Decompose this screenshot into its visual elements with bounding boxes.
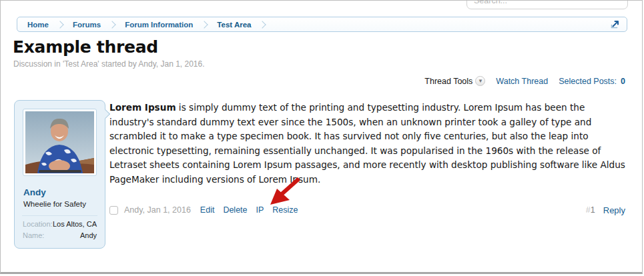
field-value: Andy [80, 231, 97, 239]
breadcrumb-item-forum-information[interactable]: Forum Information [125, 21, 193, 29]
breadcrumb-item-forums[interactable]: Forums [73, 21, 101, 29]
selected-posts-count: 0 [621, 77, 625, 86]
chevron-right-icon [259, 21, 266, 28]
card-divider [22, 215, 97, 216]
breadcrumb-item-home[interactable]: Home [27, 21, 49, 29]
author-user-title: Wheelie for Safety [23, 200, 86, 208]
breadcrumb-item-test-area[interactable]: Test Area [217, 21, 251, 29]
card-pointer [101, 109, 110, 119]
post-byline: Andy, Jan 1, 2016 [124, 205, 191, 215]
message-body: is simply dummy text of the printing and… [109, 102, 625, 185]
author-fields: Location: Los Altos, CA Name: Andy [23, 220, 97, 243]
avatar[interactable] [23, 109, 97, 176]
avatar-image [25, 111, 94, 173]
page-title: Example thread [13, 37, 158, 57]
page-subtitle: Discussion in 'Test Area' started by And… [13, 59, 205, 69]
ip-link[interactable]: IP [256, 205, 264, 215]
open-navigation-icon[interactable] [609, 19, 620, 30]
post-number-hash: # [586, 205, 591, 215]
forum-thread-page: Home Forums Forum Information Test Area … [0, 0, 643, 274]
thread-tools-menu[interactable]: Thread Tools ▼ [424, 76, 485, 86]
chevron-right-icon [108, 21, 115, 28]
selected-posts-control[interactable]: Selected Posts: 0 [559, 77, 625, 86]
breadcrumb: Home Forums Forum Information Test Area [17, 17, 627, 32]
field-value: Los Altos, CA [53, 220, 97, 228]
author-info-card: Andy Wheelie for Safety Location: Los Al… [14, 100, 105, 249]
post-message: Lorem Ipsum is simply dummy text of the … [109, 101, 629, 187]
author-field-name: Name: Andy [23, 231, 97, 239]
author-field-location: Location: Los Altos, CA [23, 220, 97, 228]
post-number-link[interactable]: #1 [586, 205, 595, 215]
message-lead: Lorem Ipsum [109, 102, 176, 113]
thread-toolbar: Thread Tools ▼ Watch Thread Selected Pos… [424, 76, 625, 86]
chevron-right-icon [201, 21, 208, 28]
field-label: Location: [23, 220, 53, 228]
selected-posts-label: Selected Posts: [559, 77, 617, 86]
field-label: Name: [23, 231, 44, 239]
watch-thread-link[interactable]: Watch Thread [496, 77, 548, 86]
delete-link[interactable]: Delete [223, 205, 247, 215]
select-post-checkbox[interactable] [109, 206, 118, 215]
post-number-value: 1 [591, 205, 595, 215]
search-input[interactable] [466, 0, 628, 9]
thread-tools-label: Thread Tools [424, 77, 472, 86]
author-username-link[interactable]: Andy [23, 187, 46, 197]
edit-link[interactable]: Edit [200, 205, 215, 215]
post-footer: Andy, Jan 1, 2016 Edit Delete IP Resize … [109, 204, 625, 216]
resize-link[interactable]: Resize [272, 205, 298, 215]
chevron-right-icon [56, 21, 63, 28]
reply-link[interactable]: Reply [603, 205, 625, 215]
chevron-down-icon: ▼ [475, 76, 485, 86]
